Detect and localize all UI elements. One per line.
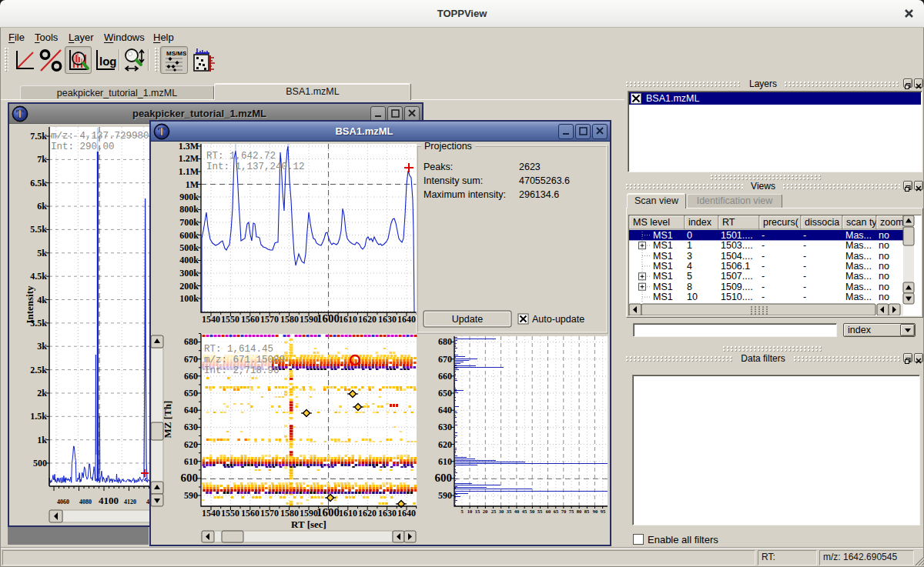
svg-text:1570: 1570 [260,508,279,519]
svg-text:1501....: 1501.... [721,230,753,241]
svg-text:-: - [762,271,765,282]
svg-text:620: 620 [438,439,452,450]
svg-text:600: 600 [181,472,199,484]
svg-text:T: T [16,108,24,120]
svg-text:-: - [803,271,806,282]
svg-text:35: 35 [507,509,512,514]
svg-text:4k: 4k [37,295,47,305]
svg-text:80: 80 [577,509,582,514]
svg-text:20: 20 [483,509,488,514]
svg-text:-: - [762,230,765,241]
svg-text:600: 600 [435,472,453,484]
svg-text:1620: 1620 [358,508,377,519]
svg-text:5.5k: 5.5k [30,224,47,235]
svg-text:70: 70 [561,509,567,514]
svg-text:Intensity: Intensity [24,285,35,324]
svg-text:Mas...: Mas... [845,230,872,241]
svg-text:Mas...: Mas... [845,282,872,292]
svg-text:90: 90 [593,509,598,514]
svg-text:1503....: 1503.... [721,240,753,251]
svg-text:95: 95 [601,509,606,514]
svg-text:log: log [99,55,116,68]
svg-text:2k: 2k [37,388,47,399]
svg-text:m/z: 4,137.7299804: m/z: 4,137.7299804 [51,131,155,142]
svg-text:40: 40 [514,509,520,514]
svg-text:-: - [803,230,806,241]
svg-text:5: 5 [687,271,692,282]
svg-text:630: 630 [438,422,452,432]
svg-text:650: 650 [438,388,452,399]
svg-text:3k: 3k [37,341,47,352]
svg-text:-: - [803,240,806,251]
svg-text:1640: 1640 [397,508,416,519]
svg-text:no: no [879,271,889,282]
svg-text:-: - [762,261,765,272]
svg-text:1507....: 1507.... [721,271,753,282]
svg-text:640: 640 [184,405,198,415]
svg-text:Int: 290.00: Int: 290.00 [51,142,115,152]
svg-text:1: 1 [609,509,610,514]
svg-text:6.5k: 6.5k [30,178,47,188]
svg-text:50: 50 [530,509,535,514]
svg-text:1540: 1540 [202,508,220,519]
svg-text:660: 660 [438,371,452,382]
svg-text:590: 590 [184,490,198,501]
svg-text:1580: 1580 [280,508,299,519]
svg-text:MS1: MS1 [653,282,673,292]
svg-text:no: no [879,230,889,241]
svg-text:0: 0 [687,230,692,241]
svg-text:670: 670 [438,354,452,365]
svg-text:4080: 4080 [79,499,92,505]
svg-text:1506.1: 1506.1 [721,261,750,272]
svg-text:45: 45 [522,509,527,514]
svg-text:Mas...: Mas... [845,292,872,302]
svg-text:precurs(: precurs( [763,217,799,228]
svg-text:4.5k: 4.5k [30,271,47,282]
svg-text:RT [sec]: RT [sec] [291,519,326,530]
svg-text:15: 15 [475,509,480,514]
svg-text:5: 5 [460,509,464,514]
svg-text:-: - [762,251,765,262]
svg-text:m/z: 671.15089: m/z: 671.15089 [204,355,285,365]
svg-text:MS1: MS1 [653,261,673,272]
svg-text:-: - [803,282,806,292]
svg-text:8: 8 [687,282,692,292]
svg-text:Mas...: Mas... [845,261,872,272]
svg-text:60: 60 [546,509,551,514]
svg-text:4060: 4060 [57,499,69,505]
svg-text:1550: 1550 [221,508,239,519]
svg-text:Mas...: Mas... [845,240,872,251]
svg-text:no: no [879,261,889,272]
svg-text:7.5k: 7.5k [30,131,47,142]
svg-text:-: - [803,251,806,262]
svg-text:65: 65 [554,509,559,514]
svg-text:1630: 1630 [378,508,397,519]
svg-text:55: 55 [537,509,543,514]
svg-text:zoom: zoom [880,217,904,228]
svg-text:590: 590 [438,490,452,501]
svg-text:MS1: MS1 [653,271,673,282]
svg-text:scan ty: scan ty [846,217,877,228]
svg-text:-: - [762,292,765,302]
svg-text:MS1: MS1 [653,230,673,241]
svg-text:75: 75 [569,509,574,514]
svg-text:640: 640 [438,405,452,415]
svg-text:MS1: MS1 [653,240,673,251]
svg-text:no: no [879,251,889,262]
svg-text:10: 10 [687,292,698,302]
svg-text:MS1: MS1 [653,251,673,262]
svg-text:620: 620 [184,439,198,450]
svg-text:4100: 4100 [99,495,119,506]
svg-text:1600: 1600 [316,506,340,519]
svg-text:2.5k: 2.5k [30,365,47,375]
svg-text:7k: 7k [37,154,47,165]
svg-text:1: 1 [687,240,692,251]
svg-text:1k: 1k [37,435,47,445]
svg-text:Mas...: Mas... [845,251,872,262]
svg-text:5k: 5k [37,248,47,258]
svg-text:6k: 6k [37,201,47,212]
svg-text:-: - [803,261,806,272]
svg-text:10: 10 [467,509,473,514]
svg-text:1509....: 1509.... [721,282,753,292]
svg-text:1510....: 1510.... [721,292,753,302]
